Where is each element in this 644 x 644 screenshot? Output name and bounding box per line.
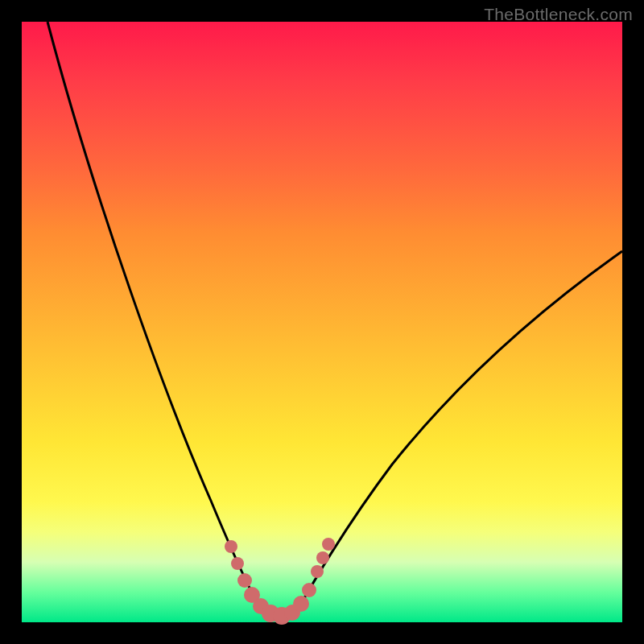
svg-point-0: [225, 540, 237, 553]
svg-point-11: [316, 551, 329, 564]
chart-area: [22, 22, 622, 622]
svg-point-8: [293, 596, 309, 612]
bottleneck-curve: [22, 22, 622, 622]
left-curve: [47, 22, 263, 613]
svg-point-2: [237, 573, 252, 588]
svg-point-1: [231, 557, 244, 570]
watermark-text: TheBottleneck.com: [484, 5, 633, 24]
svg-point-12: [322, 538, 335, 551]
svg-point-9: [302, 583, 316, 597]
svg-point-10: [311, 565, 324, 578]
right-curve: [295, 251, 622, 613]
valley-beads: [225, 538, 335, 625]
